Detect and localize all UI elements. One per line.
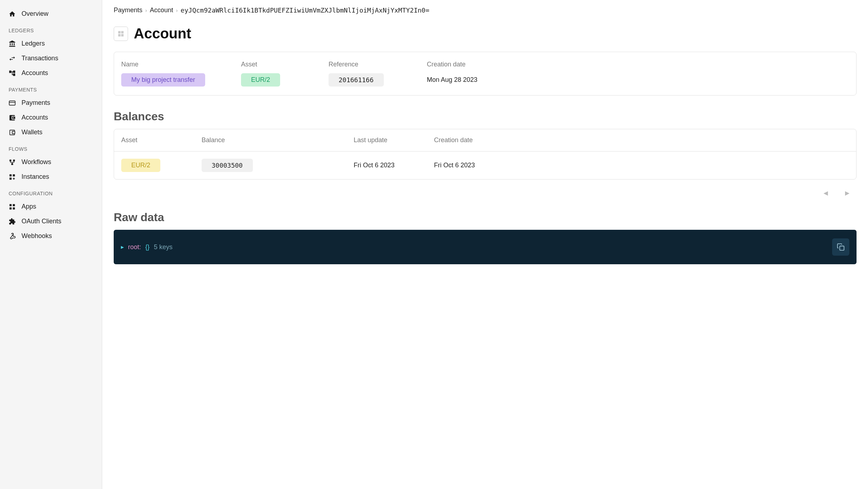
nav-apps[interactable]: Apps bbox=[0, 199, 102, 214]
nav-payment-accounts[interactable]: Accounts bbox=[0, 110, 102, 125]
info-creation-value: Mon Aug 28 2023 bbox=[427, 73, 477, 87]
nav-ledger-accounts[interactable]: Accounts bbox=[0, 66, 102, 80]
balances-title: Balances bbox=[114, 110, 857, 123]
nav-label: Transactions bbox=[22, 55, 58, 62]
info-card: Name My big project transfer Asset EUR/2… bbox=[114, 52, 857, 96]
json-root-line[interactable]: ▶ root: {} 5 keys bbox=[121, 243, 173, 251]
page-icon bbox=[114, 27, 128, 41]
nav-label: Wallets bbox=[22, 129, 42, 136]
wallet-icon bbox=[9, 129, 16, 136]
info-reference-label: Reference bbox=[329, 61, 418, 68]
chevron-right-icon: › bbox=[145, 8, 147, 13]
nav-payments[interactable]: Payments bbox=[0, 96, 102, 110]
section-header-configuration: CONFIGURATION bbox=[0, 184, 102, 199]
info-name-value: My big project transfer bbox=[121, 73, 205, 87]
row-balance: 30003500 bbox=[202, 159, 253, 172]
svg-rect-9 bbox=[13, 204, 15, 206]
chevron-right-icon: › bbox=[176, 8, 178, 13]
th-creation: Creation date bbox=[434, 136, 506, 144]
section-header-ledgers: LEDGERS bbox=[0, 21, 102, 36]
breadcrumb-payments[interactable]: Payments bbox=[114, 6, 142, 14]
info-name-label: Name bbox=[121, 61, 232, 68]
nav-label: Payments bbox=[22, 99, 50, 107]
nav-label: Ledgers bbox=[22, 40, 45, 47]
bank-icon bbox=[9, 40, 16, 47]
account-balance-icon bbox=[9, 114, 16, 121]
nav-overview[interactable]: Overview bbox=[0, 6, 102, 21]
svg-rect-8 bbox=[10, 204, 12, 206]
nav-workflows[interactable]: Workflows bbox=[0, 155, 102, 169]
raw-data-title: Raw data bbox=[114, 211, 857, 224]
nav-label: Accounts bbox=[22, 69, 48, 77]
svg-rect-6 bbox=[13, 174, 15, 176]
svg-rect-15 bbox=[121, 34, 124, 36]
info-asset-value: EUR/2 bbox=[241, 73, 280, 87]
nav-instances[interactable]: Instances bbox=[0, 169, 102, 184]
svg-rect-14 bbox=[118, 34, 121, 36]
home-icon bbox=[9, 10, 16, 18]
row-creation: Fri Oct 6 2023 bbox=[434, 162, 506, 169]
next-page-icon[interactable]: ▶ bbox=[845, 190, 849, 196]
puzzle-icon bbox=[9, 218, 16, 225]
info-reference-value: 201661166 bbox=[329, 73, 384, 87]
nav-label: Accounts bbox=[22, 114, 48, 121]
expand-arrow-icon[interactable]: ▶ bbox=[121, 245, 124, 250]
section-header-payments: PAYMENTS bbox=[0, 80, 102, 96]
copy-button[interactable] bbox=[832, 238, 849, 256]
copy-icon bbox=[837, 243, 845, 251]
tree-icon bbox=[9, 70, 16, 77]
svg-rect-2 bbox=[10, 159, 11, 161]
th-asset: Asset bbox=[121, 136, 193, 144]
nav-label: Webhooks bbox=[22, 232, 52, 240]
th-last-update: Last update bbox=[354, 136, 425, 144]
svg-rect-4 bbox=[11, 163, 13, 165]
nav-label: Apps bbox=[22, 203, 36, 210]
svg-rect-12 bbox=[118, 31, 121, 33]
apps-icon bbox=[9, 203, 16, 210]
json-info: 5 keys bbox=[154, 243, 173, 251]
info-asset-label: Asset bbox=[241, 61, 320, 68]
sidebar: Overview LEDGERS Ledgers Transactions Ac… bbox=[0, 0, 102, 489]
raw-data-box: ▶ root: {} 5 keys bbox=[114, 230, 857, 264]
nav-ledgers[interactable]: Ledgers bbox=[0, 36, 102, 51]
webhook-icon bbox=[9, 233, 16, 240]
nav-label: OAuth Clients bbox=[22, 218, 61, 225]
json-root-key: root: bbox=[128, 243, 141, 251]
section-header-flows: FLOWS bbox=[0, 140, 102, 155]
breadcrumb: Payments › Account › eyJQcm92aWRlciI6Ik1… bbox=[114, 6, 857, 14]
nav-transactions[interactable]: Transactions bbox=[0, 51, 102, 66]
page-header: Account bbox=[114, 25, 857, 42]
svg-rect-10 bbox=[10, 207, 12, 209]
info-creation-label: Creation date bbox=[427, 61, 477, 68]
svg-rect-7 bbox=[10, 177, 12, 180]
grid-plus-icon bbox=[9, 173, 16, 181]
nav-webhooks[interactable]: Webhooks bbox=[0, 229, 102, 243]
svg-rect-16 bbox=[840, 246, 844, 250]
row-asset: EUR/2 bbox=[121, 159, 160, 172]
breadcrumb-account[interactable]: Account bbox=[150, 6, 173, 14]
workflow-icon bbox=[9, 159, 16, 166]
th-balance: Balance bbox=[202, 136, 345, 144]
nav-label: Overview bbox=[22, 10, 48, 18]
nav-oauth-clients[interactable]: OAuth Clients bbox=[0, 214, 102, 229]
svg-rect-3 bbox=[13, 159, 15, 161]
nav-label: Instances bbox=[22, 173, 49, 181]
balances-table: Asset Balance Last update Creation date … bbox=[114, 129, 857, 180]
card-icon bbox=[9, 99, 16, 107]
main-content: Payments › Account › eyJQcm92aWRlciI6Ik1… bbox=[102, 0, 868, 489]
svg-rect-0 bbox=[9, 101, 15, 105]
json-braces: {} bbox=[145, 243, 150, 251]
nav-label: Workflows bbox=[22, 158, 51, 166]
svg-rect-5 bbox=[10, 174, 12, 176]
breadcrumb-id: eyJQcm92aWRlciI6Ik1BTkdPUEFZIiwiUmVmZXJl… bbox=[180, 6, 429, 14]
pagination: ◀ ▶ bbox=[114, 187, 857, 211]
prev-page-icon[interactable]: ◀ bbox=[824, 190, 828, 196]
swap-icon bbox=[9, 55, 16, 62]
nav-wallets[interactable]: Wallets bbox=[0, 125, 102, 140]
page-title: Account bbox=[134, 25, 191, 42]
table-head: Asset Balance Last update Creation date bbox=[114, 129, 856, 152]
table-row[interactable]: EUR/2 30003500 Fri Oct 6 2023 Fri Oct 6 … bbox=[114, 152, 856, 179]
svg-rect-13 bbox=[121, 31, 124, 33]
row-last-update: Fri Oct 6 2023 bbox=[354, 162, 425, 169]
svg-rect-11 bbox=[13, 207, 15, 209]
